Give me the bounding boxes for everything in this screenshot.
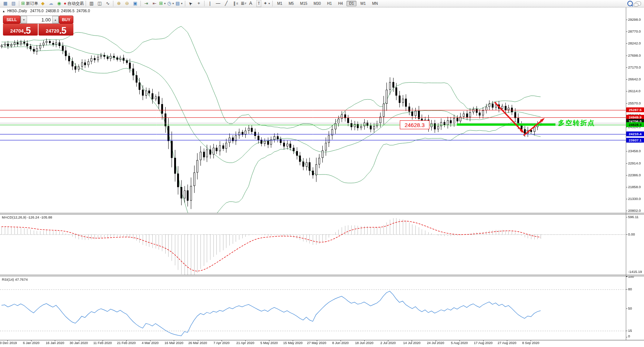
price-tick: 28770.0 [628, 29, 644, 33]
timeframe-m5[interactable]: M5 [286, 1, 296, 6]
price-tick: 26642.0 [628, 77, 644, 81]
ohlc-open: 24776.0 [30, 9, 43, 13]
timeframe-m15[interactable]: M15 [298, 1, 310, 6]
tile-windows-icon[interactable]: ▣ [131, 0, 139, 7]
crosshair-icon[interactable]: + [195, 0, 203, 7]
chart-canvas[interactable] [0, 7, 644, 347]
buy-price[interactable]: 24720 .5 [39, 24, 73, 36]
date-tick: 30 Dec 2019 [0, 341, 17, 345]
zoom-out-icon[interactable]: ⊖ [123, 0, 131, 7]
indicators-icon[interactable]: ⊞▼ [159, 0, 166, 7]
chat-icon[interactable] [635, 1, 641, 6]
sell-button[interactable]: SELL [3, 16, 20, 24]
volume-down-button[interactable]: ▼ [21, 16, 27, 23]
dropdown-caret-icon[interactable]: ▼ [268, 0, 270, 7]
date-tick: 11 Feb 2020 [93, 341, 112, 345]
price-badge: 25287.5 [626, 107, 644, 112]
dropdown-caret-icon[interactable]: ▼ [180, 0, 183, 7]
timeframe-h4[interactable]: H4 [336, 1, 346, 6]
new-order-icon[interactable]: ⊞新订单 [21, 0, 39, 7]
date-tick: 5 Aug 2020 [451, 341, 468, 345]
rsi-splitter[interactable] [0, 275, 644, 276]
date-tick: 27 Aug 2020 [498, 341, 517, 345]
sell-price-big-digit: .5 [24, 26, 31, 35]
toolbar-separator [272, 1, 273, 6]
date-tick: 26 Mar 2020 [188, 341, 207, 345]
market-watch-icon[interactable]: ◆ [39, 0, 47, 7]
signal-icon[interactable]: ◉ [55, 0, 63, 7]
toolbar-separator [19, 1, 19, 6]
date-tick: 15 May 2020 [283, 341, 302, 345]
text-icon[interactable]: A [247, 0, 255, 7]
periods-icon[interactable]: ◷▼ [167, 0, 175, 7]
auto-trading-icon[interactable]: ●自动交易 [63, 0, 84, 7]
auto-scroll-icon[interactable]: ⇥ [142, 0, 150, 7]
price-level-annotation[interactable]: 24628.3 [400, 120, 429, 129]
label-icon[interactable]: T [255, 0, 263, 7]
volume-up-button[interactable]: ▲ [52, 16, 59, 23]
template-icon[interactable]: ▤▼ [175, 0, 183, 7]
date-tick: 24 Jul 2020 [427, 341, 444, 345]
timeframe-m30[interactable]: M30 [311, 1, 323, 6]
volume-value[interactable]: 1.00 [27, 16, 52, 23]
date-tick: 8 Sep 2020 [522, 341, 539, 345]
ohlc-low: 24596.5 [61, 9, 74, 13]
date-tick: 18 Jun 2020 [355, 341, 374, 345]
cursor-icon[interactable]: ➤ [187, 0, 195, 7]
price-badge: 24210.4 [626, 131, 644, 136]
price-badge: 24628.3 [626, 122, 644, 127]
search-icon[interactable] [627, 1, 633, 6]
macd-splitter[interactable] [0, 213, 644, 214]
candlestick-icon[interactable]: ◫ [96, 0, 103, 7]
timeframe-mn[interactable]: MN [369, 1, 381, 6]
price-tick: 23458.0 [628, 149, 644, 153]
timeframe-w1[interactable]: W1 [358, 1, 368, 6]
date-axis-separator [0, 340, 644, 340]
date-tick: 27 May 2020 [307, 341, 326, 345]
collapse-triangle-icon[interactable]: ▲ [2, 10, 5, 13]
timeframe-h1[interactable]: H1 [325, 1, 335, 6]
chart-window-icon[interactable]: ▧ [10, 0, 17, 7]
buy-price-main: 24720 [46, 27, 59, 35]
date-tick: 17 Aug 2020 [474, 341, 493, 345]
signal-text-annotation[interactable]: 多空转折点 [558, 119, 595, 127]
timeframe-d1[interactable]: D1 [346, 1, 356, 6]
vline-icon[interactable]: | [206, 0, 214, 7]
toolbar-separator [185, 1, 185, 6]
toolbar-separator [204, 1, 205, 6]
rsi-tick: 15 [628, 328, 644, 333]
toolbar-separator [140, 1, 141, 6]
price-axis-border [626, 7, 626, 340]
price-tick: 20802.0 [628, 208, 644, 213]
date-tick: 7 Apr 2020 [213, 341, 230, 345]
date-tick: 5 May 2020 [260, 341, 278, 345]
hline-icon[interactable]: ― [214, 0, 222, 7]
cloud-icon[interactable]: ☁ [47, 0, 55, 7]
charts-grid-icon[interactable]: ▦ [1, 0, 9, 7]
date-tick: 30 Jan 2020 [70, 341, 88, 345]
toolbar-separator [86, 1, 86, 6]
fibonacci-icon[interactable]: ≣F [239, 0, 246, 7]
chart-shift-icon[interactable]: ⇤ [150, 0, 158, 7]
date-tick: 21 Apr 2020 [236, 341, 255, 345]
price-tick: 27170.0 [628, 65, 644, 69]
buy-button[interactable]: BUY [59, 16, 73, 24]
date-tick: 21 Feb 2020 [117, 341, 136, 345]
price-tick: 22914.0 [628, 161, 644, 165]
trendline-icon[interactable]: ╱ [222, 0, 230, 7]
line-chart-icon[interactable]: ∿ [104, 0, 112, 7]
macd-tick: 0.00 [628, 232, 644, 236]
ohlc-close: 24706.0 [77, 9, 90, 13]
date-tick: 16 Mar 2020 [165, 341, 183, 345]
bar-chart-icon[interactable]: ▥ [87, 0, 95, 7]
mt4-window: ▦▧⊞新订单◆☁◉●自动交易▥◫∿⊕⊖▣⇥⇤⊞▼◷▼▤▼➤+|―╱∥E≣FAT✦… [0, 0, 644, 347]
price-tick: 27698.0 [628, 53, 644, 57]
sell-price[interactable]: 24704 .5 [3, 24, 38, 36]
zoom-in-icon[interactable]: ⊕ [115, 0, 123, 7]
dropdown-caret-icon[interactable]: ▼ [163, 0, 166, 7]
shapes-icon[interactable]: ✦▼ [263, 0, 271, 7]
channel-icon[interactable]: ∥E [230, 0, 238, 7]
dropdown-caret-icon[interactable]: ▼ [172, 0, 175, 7]
price-tick: 28242.0 [628, 41, 644, 45]
timeframe-m1[interactable]: M1 [275, 1, 285, 6]
